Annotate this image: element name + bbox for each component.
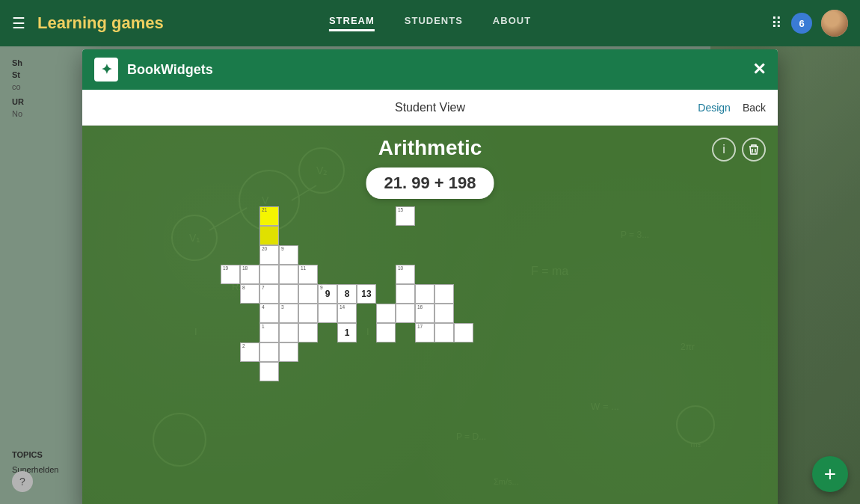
svg-text:V₂: V₂	[316, 165, 328, 176]
user-avatar[interactable]	[821, 10, 848, 37]
modal-subheader: Student View Design Back	[82, 90, 778, 126]
crossword-cell[interactable]	[298, 323, 318, 342]
cell-number: 9	[281, 247, 284, 252]
svg-line-6	[292, 185, 316, 200]
crossword-cell[interactable]: 13	[357, 284, 376, 304]
cell-number: 17	[417, 325, 423, 330]
crossword-cell[interactable]: 11	[298, 265, 318, 284]
crossword-cell[interactable]: 21	[259, 206, 279, 226]
cell-value: 1	[345, 328, 350, 338]
cell-value: 13	[361, 289, 371, 299]
design-link[interactable]: Design	[698, 102, 731, 114]
crossword-cell[interactable]	[259, 226, 279, 245]
cell-number: 20	[262, 247, 267, 252]
crossword-cell[interactable]: 15	[396, 206, 415, 226]
crossword-cell[interactable]	[279, 284, 298, 304]
crossword-cell[interactable]	[279, 323, 298, 342]
cell-number: 14	[340, 305, 345, 310]
math-problem-bubble: 21. 99 + 198	[366, 168, 494, 199]
cell-number: 18	[242, 266, 248, 271]
crossword-cell[interactable]	[396, 284, 415, 304]
modal-icons: i	[712, 138, 766, 162]
cell-number: 1	[262, 325, 265, 330]
crossword-cell[interactable]	[434, 323, 454, 342]
crossword-cell[interactable]: 10	[396, 265, 415, 284]
crossword-cell[interactable]	[318, 304, 337, 323]
crossword-cell[interactable]: 1	[259, 323, 279, 342]
crossword-cell[interactable]: 3	[279, 304, 298, 323]
cell-number: 11	[301, 266, 306, 271]
student-view-label: Student View	[395, 101, 465, 114]
modal-header-left: ✦ BookWidgets	[94, 58, 213, 82]
apps-grid-icon[interactable]: ⠿	[771, 14, 782, 32]
nav-stream-link[interactable]: STREAM	[329, 15, 375, 31]
cell-number: 2	[242, 344, 245, 349]
crossword-cell[interactable]: 18	[240, 265, 259, 284]
modal-body: V V₁ V₂ R₁ R₂ I I F = ma P = 3... P = D.…	[82, 126, 778, 504]
svg-text:m₂: m₂	[690, 440, 700, 449]
svg-point-19	[153, 414, 206, 466]
crossword-cell[interactable]	[376, 304, 396, 323]
cell-number: 16	[417, 305, 423, 310]
modal-close-button[interactable]: ✕	[752, 60, 766, 79]
crossword-cell[interactable]	[396, 304, 415, 323]
info-icon[interactable]: i	[712, 138, 736, 162]
crossword-cell[interactable]	[279, 342, 298, 362]
crossword-cell[interactable]: 16	[415, 304, 434, 323]
crossword-cell[interactable]: 8	[240, 284, 259, 304]
crossword-cell[interactable]: 1	[337, 323, 357, 342]
crossword-cell[interactable]	[259, 265, 279, 284]
crossword-cell[interactable]: 4	[259, 304, 279, 323]
crossword-cell[interactable]	[298, 284, 318, 304]
logo-icon: ✦	[101, 61, 112, 78]
crossword-cell[interactable]	[434, 284, 454, 304]
svg-text:V: V	[262, 194, 269, 206]
cell-value: 8	[345, 289, 350, 299]
nav-about-link[interactable]: ABOUT	[493, 15, 531, 31]
notification-badge[interactable]: 6	[791, 13, 812, 34]
crossword-cell[interactable]	[298, 304, 318, 323]
nav-right-actions: ⠿ 6	[771, 10, 848, 37]
crossword-cell[interactable]	[434, 304, 454, 323]
crossword-cell[interactable]: 19	[221, 265, 240, 284]
back-link[interactable]: Back	[743, 102, 766, 114]
cell-number: 19	[223, 266, 228, 271]
cell-value: 9	[325, 289, 331, 299]
cell-number: 4	[262, 305, 265, 310]
modal-title: BookWidgets	[127, 62, 213, 78]
crossword-cell[interactable]: 8	[337, 284, 357, 304]
crossword-cell[interactable]	[415, 284, 434, 304]
crossword-cell[interactable]: 2	[240, 342, 259, 362]
cell-number: 3	[281, 305, 284, 310]
trash-icon[interactable]	[742, 138, 766, 162]
crossword-cell[interactable]	[259, 362, 279, 381]
background-content: Sh St co UR No TOPICS Superhelden Select…	[0, 46, 860, 504]
top-navigation: ☰ Learning games STREAM STUDENTS ABOUT ⠿…	[0, 0, 860, 46]
crossword-cell[interactable]: 14	[337, 304, 357, 323]
add-fab-button[interactable]: +	[812, 456, 848, 492]
crossword-cell[interactable]: 99	[318, 284, 337, 304]
crossword-cell[interactable]	[279, 265, 298, 284]
cell-number: 8	[242, 286, 245, 291]
crossword-cell[interactable]: 9	[279, 245, 298, 265]
cell-number: 9	[320, 286, 323, 291]
crossword-cell[interactable]: 7	[259, 284, 279, 304]
crossword-cell[interactable]	[454, 323, 473, 342]
svg-text:2πr: 2πr	[681, 342, 695, 352]
svg-point-18	[677, 406, 714, 443]
crossword-container[interactable]: 212091918118799813431416101511172	[221, 206, 639, 504]
crossword-cell[interactable]	[259, 342, 279, 362]
arithmetic-title: Arithmetic	[378, 136, 482, 160]
crossword-cell[interactable]: 17	[415, 323, 434, 342]
hamburger-menu-icon[interactable]: ☰	[12, 14, 25, 32]
nav-students-link[interactable]: STUDENTS	[405, 15, 463, 31]
modal-header: ✦ BookWidgets ✕	[82, 49, 778, 90]
cell-number: 7	[262, 286, 265, 291]
bookwidgets-modal: ✦ BookWidgets ✕ Student View Design Back	[82, 49, 778, 504]
app-title: Learning games	[37, 13, 164, 33]
modal-overlay: ✦ BookWidgets ✕ Student View Design Back	[0, 46, 860, 504]
crossword-cell[interactable]	[376, 323, 396, 342]
avatar-image	[821, 10, 848, 37]
crossword-cell[interactable]: 20	[259, 245, 279, 265]
svg-text:I: I	[194, 326, 197, 337]
